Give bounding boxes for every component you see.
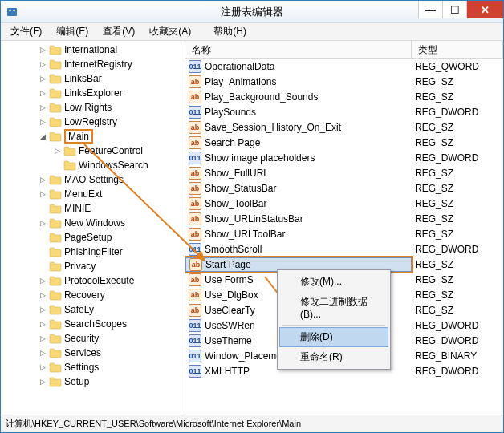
expander-icon[interactable] bbox=[38, 233, 47, 242]
tree-label: Services bbox=[64, 347, 101, 358]
expander-icon[interactable]: ▷ bbox=[38, 103, 47, 112]
maximize-button[interactable]: ☐ bbox=[442, 1, 466, 18]
string-value-icon: ab bbox=[189, 304, 201, 317]
expander-icon[interactable]: ▷ bbox=[52, 146, 62, 156]
list-row[interactable]: abPlay_AnimationsREG_SZ bbox=[185, 74, 503, 89]
list-row[interactable]: abPlay_Background_SoundsREG_SZ bbox=[185, 89, 503, 104]
expander-icon[interactable]: ▷ bbox=[38, 377, 47, 386]
content-area: ▷International▷InternetRegistry▷LinksBar… bbox=[1, 41, 503, 415]
tree-item-searchscopes[interactable]: ▷SearchScopes bbox=[1, 317, 185, 331]
menu-edit[interactable]: 编辑(E) bbox=[50, 23, 95, 40]
value-type: REG_SZ bbox=[412, 137, 503, 148]
header-name[interactable]: 名称 bbox=[185, 41, 412, 58]
menu-view[interactable]: 查看(V) bbox=[96, 23, 141, 40]
expander-icon[interactable]: ▷ bbox=[38, 319, 47, 329]
tree-item-settings[interactable]: ▷Settings bbox=[1, 360, 185, 374]
list-row[interactable]: abSave_Session_History_On_ExitREG_SZ bbox=[185, 119, 503, 135]
expander-icon[interactable]: ▷ bbox=[38, 59, 47, 69]
value-name: Show_URLToolBar bbox=[205, 229, 286, 240]
list-row[interactable]: abShow_URLinStatusBarREG_SZ bbox=[185, 211, 503, 226]
ctx-modify[interactable]: 修改(M)... bbox=[279, 272, 388, 292]
list-row[interactable]: 011OperationalDataREG_QWORD bbox=[185, 59, 503, 74]
expander-icon[interactable]: ▷ bbox=[38, 276, 47, 285]
value-name: XMLHTTP bbox=[205, 366, 250, 377]
string-value-icon: ab bbox=[189, 228, 201, 241]
expander-icon[interactable]: ▷ bbox=[38, 290, 47, 300]
list-row[interactable]: abShow_StatusBarREG_SZ bbox=[185, 180, 503, 196]
expander-icon[interactable]: ▷ bbox=[38, 348, 47, 358]
list-row[interactable]: abShow_URLToolBarREG_SZ bbox=[185, 226, 503, 241]
tree-item-main[interactable]: ◢Main bbox=[1, 129, 185, 144]
folder-icon bbox=[49, 102, 62, 113]
tree-item-linksbar[interactable]: ▷LinksBar bbox=[1, 71, 185, 86]
expander-icon[interactable] bbox=[52, 160, 62, 170]
string-value-icon: ab bbox=[189, 273, 201, 286]
tree-item-linksexplorer[interactable]: ▷LinksExplorer bbox=[1, 86, 185, 100]
ctx-rename[interactable]: 重命名(R) bbox=[279, 347, 388, 367]
tree-label: Main bbox=[64, 129, 93, 144]
value-type: REG_SZ bbox=[412, 183, 503, 194]
app-icon bbox=[6, 6, 18, 18]
tree-item-pagesetup[interactable]: PageSetup bbox=[1, 230, 185, 245]
menu-favorites[interactable]: 收藏夹(A) bbox=[143, 23, 197, 40]
menu-file[interactable]: 文件(F) bbox=[4, 23, 48, 40]
tree-item-security[interactable]: ▷Security bbox=[1, 331, 185, 346]
tree-item-safely[interactable]: ▷SafeLy bbox=[1, 302, 185, 317]
tree-item-low-rights[interactable]: ▷Low Rights bbox=[1, 100, 185, 115]
expander-icon[interactable]: ▷ bbox=[38, 362, 47, 372]
expander-icon[interactable]: ▷ bbox=[38, 218, 47, 228]
binary-value-icon: 011 bbox=[189, 152, 201, 164]
expander-icon[interactable] bbox=[38, 261, 47, 271]
tree-item-internetregistry[interactable]: ▷InternetRegistry bbox=[1, 57, 185, 71]
list-row[interactable]: 011PlaySoundsREG_DWORD bbox=[185, 104, 503, 119]
list-row[interactable]: 011Show image placeholdersREG_DWORD bbox=[185, 150, 503, 165]
expander-icon[interactable]: ▷ bbox=[38, 117, 47, 127]
tree-item-recovery[interactable]: ▷Recovery bbox=[1, 288, 185, 302]
value-type: REG_DWORD bbox=[412, 107, 503, 118]
tree-label: Security bbox=[64, 333, 99, 344]
close-button[interactable]: ✕ bbox=[466, 1, 503, 18]
ctx-modify-binary[interactable]: 修改二进制数据(B)... bbox=[279, 292, 388, 323]
folder-icon bbox=[49, 333, 62, 344]
expander-icon[interactable]: ▷ bbox=[38, 45, 47, 55]
value-name: Show_FullURL bbox=[205, 168, 269, 179]
tree-item-featurecontrol[interactable]: ▷FeatureControl bbox=[1, 144, 185, 158]
list-row[interactable]: abShow_FullURLREG_SZ bbox=[185, 165, 503, 180]
tree-item-windowssearch[interactable]: WindowsSearch bbox=[1, 158, 185, 172]
folder-icon bbox=[49, 246, 62, 257]
expander-icon[interactable]: ▷ bbox=[38, 189, 47, 199]
tree-item-privacy[interactable]: Privacy bbox=[1, 259, 185, 273]
expander-icon[interactable]: ▷ bbox=[38, 175, 47, 184]
tree-item-menuext[interactable]: ▷MenuExt bbox=[1, 187, 185, 201]
tree-item-mao-settings[interactable]: ▷MAO Settings bbox=[1, 172, 185, 187]
list-row[interactable]: abSearch PageREG_SZ bbox=[185, 135, 503, 150]
ctx-delete[interactable]: 删除(D) bbox=[279, 327, 388, 347]
folder-icon bbox=[49, 376, 62, 387]
tree-item-lowregistry[interactable]: ▷LowRegistry bbox=[1, 115, 185, 129]
expander-icon[interactable]: ▷ bbox=[38, 74, 47, 83]
tree-item-services[interactable]: ▷Services bbox=[1, 346, 185, 360]
tree-item-new-windows[interactable]: ▷New Windows bbox=[1, 216, 185, 230]
tree-label: Privacy bbox=[64, 261, 96, 272]
tree-item-phishingfilter[interactable]: PhishingFilter bbox=[1, 245, 185, 259]
expander-icon[interactable]: ◢ bbox=[38, 132, 47, 141]
tree-pane[interactable]: ▷International▷InternetRegistry▷LinksBar… bbox=[1, 41, 185, 415]
list-row[interactable]: 011SmoothScrollREG_DWORD bbox=[185, 241, 503, 257]
expander-icon[interactable]: ▷ bbox=[38, 334, 47, 343]
list-row[interactable]: abShow_ToolBarREG_SZ bbox=[185, 196, 503, 211]
expander-icon[interactable]: ▷ bbox=[38, 88, 47, 98]
tree-item-setup[interactable]: ▷Setup bbox=[1, 374, 185, 389]
tree-item-minie[interactable]: MINIE bbox=[1, 201, 185, 216]
expander-icon[interactable] bbox=[38, 204, 47, 213]
value-type: REG_QWORD bbox=[412, 61, 503, 72]
minimize-button[interactable]: — bbox=[418, 1, 442, 18]
tree-item-international[interactable]: ▷International bbox=[1, 42, 185, 57]
tree-label: Recovery bbox=[64, 289, 105, 301]
value-name: Save_Session_History_On_Exit bbox=[205, 122, 341, 133]
expander-icon[interactable] bbox=[38, 247, 47, 257]
binary-value-icon: 011 bbox=[189, 243, 201, 256]
menu-help[interactable]: 帮助(H) bbox=[207, 23, 253, 40]
tree-item-protocolexecute[interactable]: ▷ProtocolExecute bbox=[1, 273, 185, 288]
header-type[interactable]: 类型 bbox=[412, 41, 503, 58]
expander-icon[interactable]: ▷ bbox=[38, 305, 47, 314]
